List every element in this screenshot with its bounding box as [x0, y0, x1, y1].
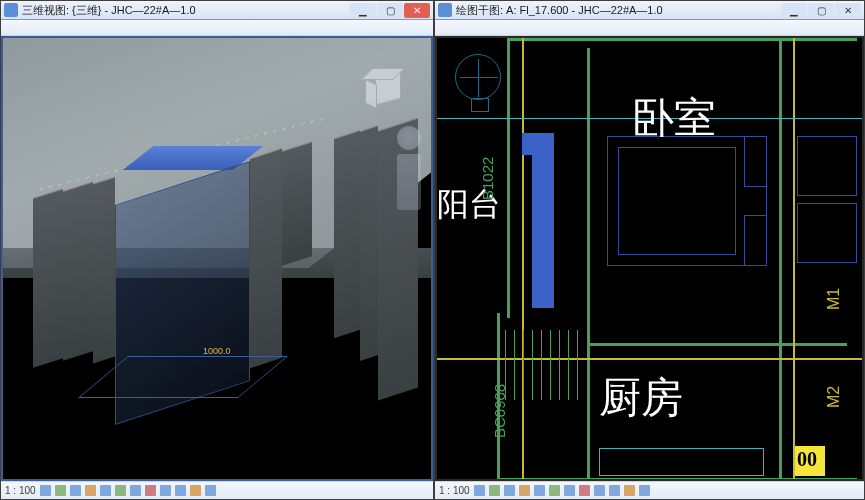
nav-wheel-icon[interactable]	[397, 126, 421, 150]
status-icon[interactable]	[504, 485, 515, 496]
right-window-title: 绘图干图: A: Fl_17.600 - JHC—22#A—1.0	[456, 3, 781, 18]
window-controls: ▁ ▢ ✕	[781, 3, 861, 18]
close-button[interactable]: ✕	[404, 3, 430, 18]
right-menubar	[435, 20, 864, 36]
status-icon[interactable]	[534, 485, 545, 496]
tag-m2: M2	[825, 386, 843, 408]
counter-line	[599, 448, 764, 476]
bed-symbol	[607, 136, 767, 266]
app-icon	[438, 3, 452, 17]
status-icon[interactable]	[594, 485, 605, 496]
furniture-outline	[797, 203, 857, 263]
viewcube[interactable]	[365, 68, 411, 114]
minimize-button[interactable]: ▁	[350, 3, 376, 18]
status-icon[interactable]	[40, 485, 51, 496]
right-statusbar: 1 : 100	[435, 481, 864, 499]
status-icon[interactable]	[519, 485, 530, 496]
label-kitchen: 厨房	[599, 370, 683, 426]
left-menubar	[1, 20, 433, 36]
tag-m1: M1	[825, 288, 843, 310]
wall-segment	[33, 188, 63, 368]
dimension-text: 1000.0	[203, 346, 231, 356]
grid-line	[793, 38, 795, 481]
status-icon[interactable]	[85, 485, 96, 496]
tag-bc1: BC0908	[491, 384, 508, 438]
wall-segment	[282, 141, 312, 266]
window-controls: ▁ ▢ ✕	[350, 3, 430, 18]
tag-bc2: B1022	[479, 157, 496, 200]
status-icon[interactable]	[160, 485, 171, 496]
status-icon[interactable]	[549, 485, 560, 496]
floor-outline	[78, 356, 288, 398]
selected-wall[interactable]	[522, 133, 554, 155]
label-bedroom: 卧室	[632, 90, 716, 146]
minimize-button[interactable]: ▁	[781, 3, 807, 18]
wall-line	[587, 343, 847, 346]
right-pane: 绘图干图: A: Fl_17.600 - JHC—22#A—1.0 ▁ ▢ ✕	[434, 0, 865, 500]
left-pane: 三维视图: {三维} - JHC—22#A—1.0 ▁ ▢ ✕ ⌐ ⌐ ⌐ ⌐ …	[0, 0, 434, 500]
wall-line	[587, 48, 590, 478]
left-statusbar: 1 : 100	[1, 481, 433, 499]
right-titlebar[interactable]: 绘图干图: A: Fl_17.600 - JHC—22#A—1.0 ▁ ▢ ✕	[435, 1, 864, 20]
left-titlebar[interactable]: 三维视图: {三维} - JHC—22#A—1.0 ▁ ▢ ✕	[1, 1, 433, 20]
selected-wall[interactable]	[532, 153, 554, 308]
status-icon[interactable]	[624, 485, 635, 496]
status-icon[interactable]	[145, 485, 156, 496]
status-icon[interactable]	[489, 485, 500, 496]
wall-line	[507, 38, 510, 318]
status-icons	[474, 485, 650, 496]
compass-icon[interactable]	[455, 54, 501, 100]
door-label: 00	[797, 448, 817, 471]
wall-segment	[250, 148, 282, 368]
left-3d-viewport[interactable]: ⌐ ⌐ ⌐ ⌐ ⌐ ⌐ ⌐ ⌐ ⌐ ⌐ ⌐ ⌐ ⌐ ⌐ ⌐ ⌐ ⌐ ⌐ ⌐ ⌐ …	[1, 36, 433, 481]
status-icon[interactable]	[564, 485, 575, 496]
scale-label[interactable]: 1 : 100	[5, 485, 36, 496]
close-button[interactable]: ✕	[835, 3, 861, 18]
status-icon[interactable]	[190, 485, 201, 496]
furniture-outline	[797, 136, 857, 196]
right-plan-viewport[interactable]: 卧室 厨房 阳台 BC0908 B1022 M1 M2 00	[435, 36, 864, 481]
maximize-button[interactable]: ▢	[377, 3, 403, 18]
status-icons	[40, 485, 216, 496]
status-icon[interactable]	[130, 485, 141, 496]
app-icon	[4, 3, 18, 17]
status-icon[interactable]	[609, 485, 620, 496]
nav-bar-icon[interactable]	[397, 154, 421, 210]
wall-segment	[360, 125, 378, 361]
status-icon[interactable]	[205, 485, 216, 496]
floorplan: 卧室 厨房 阳台 BC0908 B1022 M1 M2 00	[437, 38, 862, 479]
status-icon[interactable]	[639, 485, 650, 496]
stair-hatch	[505, 330, 585, 400]
status-icon[interactable]	[55, 485, 66, 496]
maximize-button[interactable]: ▢	[808, 3, 834, 18]
grid-line	[522, 38, 524, 481]
wall-segment	[334, 130, 360, 338]
wall-line	[507, 38, 857, 41]
status-icon[interactable]	[579, 485, 590, 496]
left-window-title: 三维视图: {三维} - JHC—22#A—1.0	[22, 3, 350, 18]
scale-label[interactable]: 1 : 100	[439, 485, 470, 496]
grid-line	[437, 358, 862, 360]
status-icon[interactable]	[100, 485, 111, 496]
wall-line	[497, 478, 857, 481]
compass-label-icon	[471, 98, 489, 112]
status-icon[interactable]	[474, 485, 485, 496]
wall-segment	[93, 176, 115, 363]
wall-segment	[63, 181, 93, 361]
status-icon[interactable]	[70, 485, 81, 496]
status-icon[interactable]	[115, 485, 126, 496]
wall-line	[779, 38, 782, 481]
status-icon[interactable]	[175, 485, 186, 496]
